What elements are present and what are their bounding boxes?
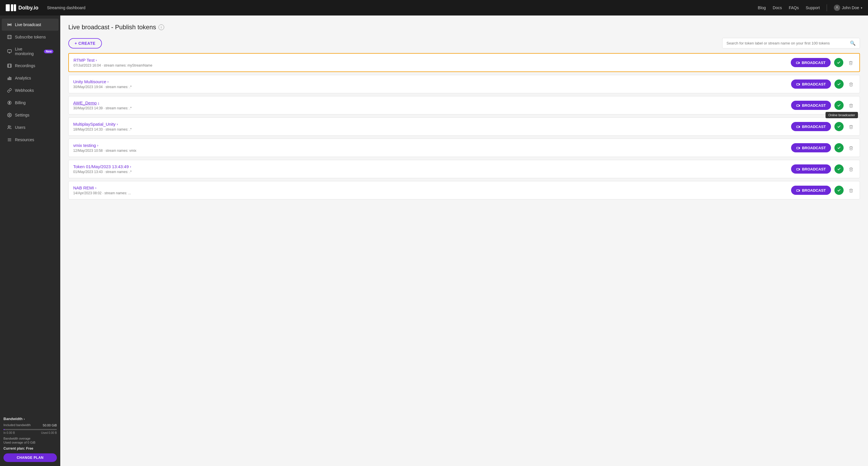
svg-rect-17: [796, 62, 799, 64]
video-camera-icon: [796, 82, 800, 86]
token-name[interactable]: vmix testing ›: [73, 143, 787, 148]
token-meta: 18/May/2023 14:33 · stream names: .*: [73, 127, 787, 131]
token-name[interactable]: NAB REMI ›: [73, 185, 787, 190]
broadcast-button[interactable]: BROADCAST: [791, 80, 831, 89]
token-info: RTMP Test › 07/Jul/2023 16:04 · stream n…: [73, 58, 787, 67]
token-name[interactable]: MultiplaySpatial_Unity ›: [73, 122, 787, 127]
bandwidth-header[interactable]: Bandwidth ›: [3, 417, 57, 421]
token-chevron-icon: ›: [98, 101, 99, 105]
token-info: NAB REMI › 14/Apr/2023 08:02 · stream na…: [73, 185, 787, 195]
delete-container: [847, 81, 855, 87]
delete-icon[interactable]: [847, 165, 855, 173]
check-icon[interactable]: [834, 101, 844, 110]
check-icon[interactable]: [834, 143, 844, 152]
broadcast-label: BROADCAST: [802, 146, 826, 150]
check-icon[interactable]: [834, 80, 844, 89]
token-meta: 01/May/2023 13:43 · stream names: .*: [73, 170, 787, 174]
svg-rect-1: [11, 4, 13, 11]
user-menu[interactable]: John Doe ▾: [834, 5, 862, 11]
webhooks-icon: [7, 88, 12, 93]
token-chevron-icon: ›: [117, 122, 118, 126]
sidebar-item-live-monitoring[interactable]: Live monitoring New: [2, 43, 59, 59]
token-name[interactable]: RTMP Test ›: [73, 58, 787, 63]
check-icon[interactable]: [834, 164, 844, 174]
svg-rect-7: [7, 64, 11, 67]
bandwidth-overage-label: Bandwidth overage: [3, 437, 57, 440]
svg-point-13: [8, 126, 9, 127]
delete-icon[interactable]: [847, 144, 855, 152]
token-info: AWE_Demo › 30/May/2023 14:39 · stream na…: [73, 100, 787, 110]
sidebar-label-live-broadcast: Live broadcast: [15, 22, 53, 27]
token-name[interactable]: Token 01/May/2023 13:43:49 ›: [73, 164, 787, 169]
delete-icon[interactable]: [847, 59, 855, 67]
sidebar-item-recordings[interactable]: Recordings: [2, 60, 59, 72]
video-camera-icon: [796, 188, 800, 192]
token-meta: 14/Apr/2023 08:02 · stream names: ...: [73, 191, 787, 195]
sidebar-label-settings: Settings: [15, 113, 53, 117]
svg-rect-10: [10, 77, 11, 80]
broadcast-label: BROADCAST: [802, 167, 826, 171]
delete-container: [847, 145, 855, 151]
change-plan-button[interactable]: CHANGE PLAN: [3, 454, 57, 462]
broadcast-button[interactable]: BROADCAST: [791, 143, 831, 152]
broadcast-label: BROADCAST: [802, 61, 826, 65]
broadcast-label: BROADCAST: [802, 188, 826, 192]
token-chevron-icon: ›: [96, 58, 97, 62]
token-list: RTMP Test › 07/Jul/2023 16:04 · stream n…: [68, 53, 860, 202]
users-icon: [7, 125, 12, 130]
check-icon[interactable]: [834, 186, 844, 195]
delete-container: [847, 124, 855, 130]
check-icon[interactable]: [834, 122, 844, 131]
sidebar-label-subscribe-tokens: Subscribe tokens: [15, 35, 53, 39]
app-title: Streaming dashboard: [47, 5, 86, 10]
broadcast-button[interactable]: BROADCAST: [791, 58, 831, 67]
sidebar-item-subscribe-tokens[interactable]: Subscribe tokens: [2, 31, 59, 43]
user-name: John Doe: [842, 5, 859, 10]
video-camera-icon: [796, 167, 800, 171]
bandwidth-progress-fill: [3, 429, 5, 430]
blog-link[interactable]: Blog: [758, 5, 766, 10]
delete-icon[interactable]: [847, 186, 855, 194]
logo[interactable]: Dolby.io: [6, 4, 38, 11]
token-card: Token 01/May/2023 13:43:49 › 01/May/2023…: [68, 160, 860, 178]
resources-icon: [7, 137, 12, 142]
create-button[interactable]: + CREATE: [68, 38, 102, 49]
sidebar-item-users[interactable]: Users: [2, 121, 59, 133]
broadcast-button[interactable]: BROADCAST: [791, 122, 831, 131]
faqs-link[interactable]: FAQs: [789, 5, 799, 10]
sidebar-item-resources[interactable]: Resources: [2, 134, 59, 146]
delete-container: [847, 60, 855, 66]
page-header: Live broadcast - Publish tokens i: [68, 24, 860, 31]
broadcast-icon: [7, 22, 12, 27]
svg-rect-9: [9, 77, 10, 80]
delete-icon[interactable]: [847, 80, 855, 88]
support-link[interactable]: Support: [806, 5, 820, 10]
bandwidth-used: Used 0.00 B: [41, 431, 57, 434]
sidebar-item-webhooks[interactable]: Webhooks: [2, 84, 59, 96]
sidebar-item-settings[interactable]: Settings: [2, 109, 59, 121]
video-camera-icon: [796, 146, 800, 150]
check-icon[interactable]: [834, 58, 843, 67]
svg-rect-18: [797, 84, 799, 85]
info-icon[interactable]: i: [158, 24, 164, 30]
main-content: Live broadcast - Publish tokens i + CREA…: [60, 15, 868, 466]
delete-icon[interactable]: [847, 101, 855, 109]
delete-icon[interactable]: [847, 123, 855, 130]
svg-rect-2: [14, 4, 16, 11]
docs-link[interactable]: Docs: [773, 5, 782, 10]
sidebar-item-billing[interactable]: Billing: [2, 97, 59, 109]
sidebar-item-live-broadcast[interactable]: Live broadcast: [2, 19, 59, 31]
token-card: AWE_Demo › 30/May/2023 14:39 · stream na…: [68, 96, 860, 115]
token-name[interactable]: AWE_Demo ›: [73, 100, 787, 105]
search-input[interactable]: [726, 41, 850, 45]
user-avatar-icon: [834, 5, 840, 11]
broadcast-button[interactable]: BROADCAST: [791, 164, 831, 174]
svg-rect-8: [8, 78, 9, 80]
settings-icon: [7, 113, 12, 118]
sidebar-item-analytics[interactable]: Analytics: [2, 72, 59, 84]
broadcast-button[interactable]: BROADCAST: [791, 186, 831, 195]
broadcast-button[interactable]: BROADCAST: [791, 101, 831, 110]
token-meta: 30/May/2023 19:04 · stream names: .*: [73, 85, 787, 89]
token-name[interactable]: Unity Multisource ›: [73, 79, 787, 84]
token-card: Unity Multisource › 30/May/2023 19:04 · …: [68, 75, 860, 93]
